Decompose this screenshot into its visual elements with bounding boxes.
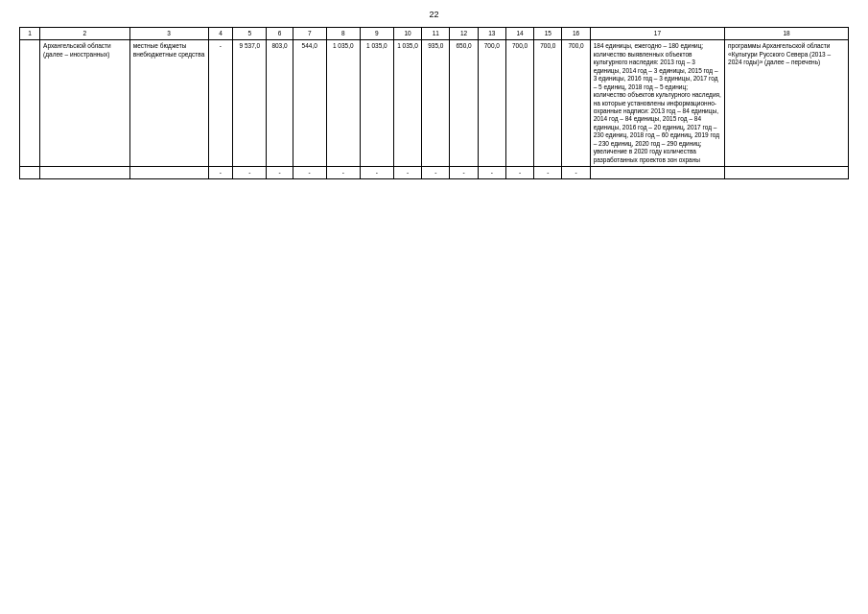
header-14: 14	[505, 28, 533, 40]
cell-8: 1 035,0	[326, 40, 360, 167]
cell-4: -	[208, 40, 233, 167]
dash-3	[129, 167, 208, 179]
cell-12: 650,0	[450, 40, 478, 167]
header-6: 6	[267, 28, 293, 40]
cell-13: 700,0	[478, 40, 505, 167]
dash-8: -	[326, 167, 360, 179]
cell-11: 935,0	[422, 40, 450, 167]
cell-10: 1 035,0	[393, 40, 421, 167]
dash-6: -	[267, 167, 293, 179]
page-number: 22	[19, 10, 849, 19]
main-table: 1 2 3 4 5 6 7 8 9 10 11 12 13 14 15 16 1	[19, 27, 849, 179]
header-9: 9	[360, 28, 393, 40]
cell-9: 1 035,0	[360, 40, 393, 167]
cell-5: 9 537,0	[233, 40, 267, 167]
header-3: 3	[129, 28, 208, 40]
header-17: 17	[590, 28, 724, 40]
dash-1	[20, 167, 40, 179]
header-12: 12	[450, 28, 478, 40]
dash-9: -	[360, 167, 393, 179]
header-18: 18	[725, 28, 849, 40]
header-5: 5	[233, 28, 267, 40]
dash-13: -	[478, 167, 505, 179]
dash-7: -	[293, 167, 326, 179]
dash-row: - - - - - - - - - - - - -	[20, 167, 849, 179]
cell-1	[20, 40, 40, 167]
dash-12: -	[450, 167, 478, 179]
header-15: 15	[534, 28, 562, 40]
dash-10: -	[393, 167, 421, 179]
table-container: 1 2 3 4 5 6 7 8 9 10 11 12 13 14 15 16 1	[19, 27, 849, 179]
header-2: 2	[40, 28, 130, 40]
dash-14: -	[505, 167, 533, 179]
cell-6: 803,0	[267, 40, 293, 167]
cell-14: 700,0	[505, 40, 533, 167]
header-4: 4	[208, 28, 233, 40]
header-7: 7	[293, 28, 326, 40]
dash-17	[590, 167, 724, 179]
page: 22	[0, 0, 868, 614]
cell-16: 700,0	[562, 40, 590, 167]
header-row: 1 2 3 4 5 6 7 8 9 10 11 12 13 14 15 16 1	[20, 28, 849, 40]
cell-7: 544,0	[293, 40, 326, 167]
dash-11: -	[422, 167, 450, 179]
dash-18	[725, 167, 849, 179]
cell-2: Архангельской области (далее – иностранн…	[40, 40, 130, 167]
dash-5: -	[233, 167, 267, 179]
header-8: 8	[326, 28, 360, 40]
dash-2	[40, 167, 130, 179]
data-row: Архангельской области (далее – иностранн…	[20, 40, 849, 167]
cell-15: 700,0	[534, 40, 562, 167]
header-13: 13	[478, 28, 505, 40]
header-16: 16	[562, 28, 590, 40]
header-11: 11	[422, 28, 450, 40]
header-1: 1	[20, 28, 40, 40]
cell-3: местные бюджеты внебюджетные средства	[129, 40, 208, 167]
cell-18: программы Архангельской области «Культур…	[725, 40, 849, 167]
header-10: 10	[393, 28, 421, 40]
cell-17: 184 единицы, ежегодно – 180 единиц; коли…	[590, 40, 724, 167]
dash-15: -	[534, 167, 562, 179]
dash-4: -	[208, 167, 233, 179]
dash-16: -	[562, 167, 590, 179]
